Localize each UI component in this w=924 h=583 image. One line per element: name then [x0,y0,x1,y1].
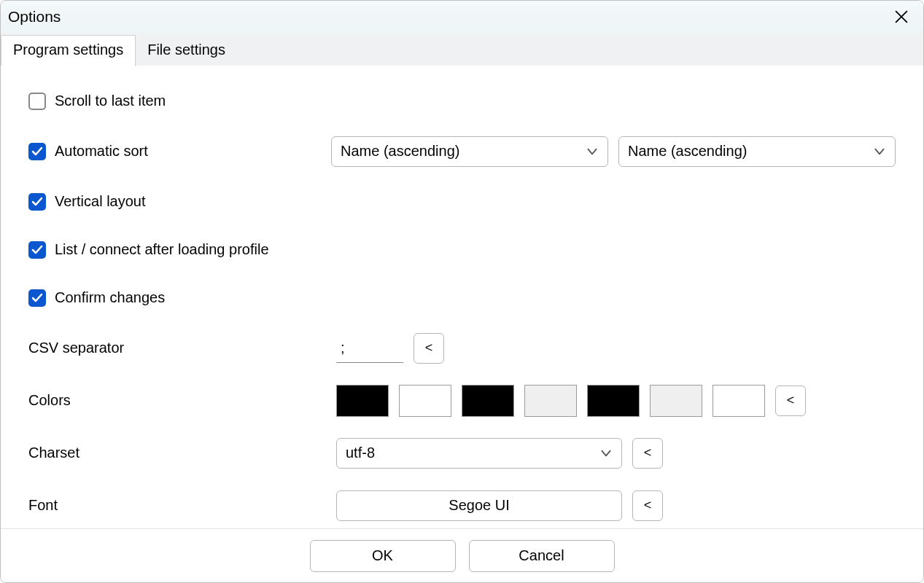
select-sort-primary-value: Name (ascending) [341,143,459,160]
option-row-font: Font Segoe UI < [28,489,896,523]
color-swatch-5[interactable] [650,385,702,417]
select-sort-primary[interactable]: Name (ascending) [331,136,608,167]
checkbox-list-connect[interactable] [28,241,46,259]
option-row-vertical-layout: Vertical layout [28,187,896,216]
chevron-down-icon [599,447,613,460]
reset-charset-button[interactable]: < [632,438,663,469]
color-swatch-2[interactable] [462,385,514,417]
option-row-csv-separator: CSV separator < [28,332,896,365]
options-dialog: Options Program settings File settings S… [0,0,924,583]
label-vertical-layout: Vertical layout [55,193,146,210]
label-colors: Colors [28,392,71,409]
checkbox-scroll-to-last[interactable] [28,93,46,110]
color-swatch-4[interactable] [587,385,640,417]
label-list-connect: List / connect after loading profile [55,241,269,258]
checkbox-auto-sort[interactable] [28,143,46,160]
check-icon [31,292,43,304]
label-confirm-changes: Confirm changes [55,289,165,306]
tabstrip: Program settings File settings [1,33,923,66]
color-swatch-6[interactable] [713,385,765,417]
reset-colors-button[interactable]: < [775,386,806,416]
titlebar: Options [1,1,923,33]
select-charset[interactable]: utf-8 [336,438,622,469]
window-title: Options [8,8,61,26]
label-auto-sort: Automatic sort [55,143,148,160]
label-csv-separator: CSV separator [28,340,124,356]
option-row-colors: Colors < [28,384,896,418]
color-swatch-0[interactable] [336,385,389,417]
content-area: Scroll to last item Automatic sort Name … [1,66,923,528]
option-row-charset: Charset utf-8 < [28,437,896,470]
check-icon [31,196,43,208]
close-button[interactable] [887,2,916,31]
dialog-footer: OK Cancel [1,528,923,582]
select-sort-secondary-value: Name (ascending) [628,143,747,160]
reset-csv-separator-button[interactable]: < [414,333,444,364]
check-icon [31,244,43,256]
tab-program-settings[interactable]: Program settings [1,35,136,66]
color-swatch-1[interactable] [399,385,451,417]
input-csv-separator[interactable] [336,334,403,363]
checkbox-vertical-layout[interactable] [28,193,46,211]
select-sort-secondary[interactable]: Name (ascending) [618,136,896,167]
option-row-scroll-to-last: Scroll to last item [28,87,896,116]
option-row-confirm-changes: Confirm changes [28,283,896,313]
tab-file-settings[interactable]: File settings [136,36,237,66]
close-icon [895,10,908,23]
label-scroll-to-last: Scroll to last item [55,93,166,109]
chevron-down-icon [586,145,599,158]
color-swatch-row [336,385,765,417]
color-swatch-3[interactable] [524,385,577,417]
reset-font-button[interactable]: < [632,490,663,521]
option-row-auto-sort: Automatic sort Name (ascending) Name (as… [28,135,896,168]
label-charset: Charset [28,445,79,461]
check-icon [31,146,43,157]
ok-button[interactable]: OK [310,540,456,572]
label-font: Font [28,497,58,514]
checkbox-confirm-changes[interactable] [28,289,46,307]
select-charset-value: utf-8 [346,445,375,461]
option-row-list-connect: List / connect after loading profile [28,235,896,265]
chevron-down-icon [873,145,886,158]
font-picker-button[interactable]: Segoe UI [336,490,622,521]
cancel-button[interactable]: Cancel [469,540,615,572]
